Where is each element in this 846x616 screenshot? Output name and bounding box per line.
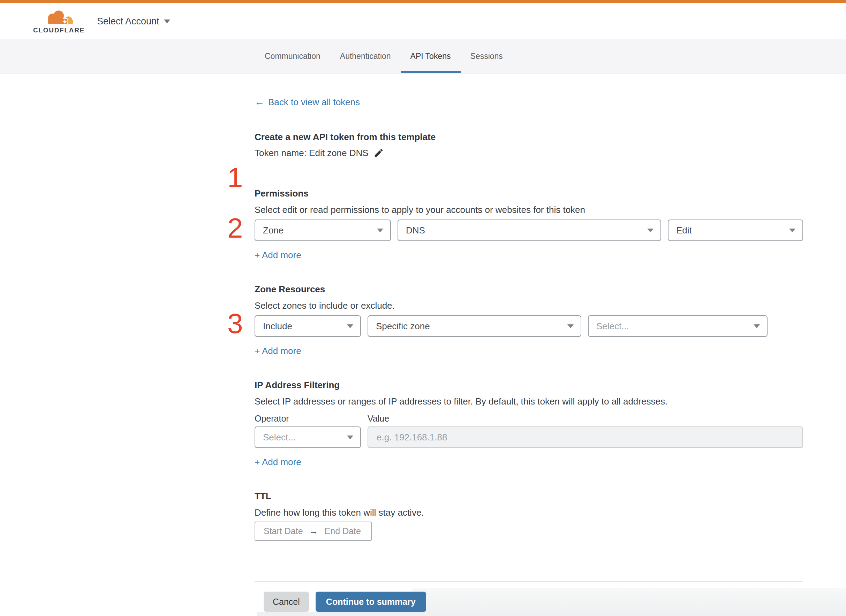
- chevron-down-icon: [647, 229, 653, 232]
- chevron-down-icon: [377, 229, 383, 232]
- back-link-label: Back to view all tokens: [268, 96, 360, 109]
- permissions-heading: Permissions: [255, 187, 803, 199]
- footer-actions: Cancel Continue to summary: [255, 592, 803, 612]
- value-label: Value: [368, 412, 389, 424]
- tab-bar: Communication Authentication API Tokens …: [0, 40, 846, 73]
- chevron-down-icon: [347, 324, 353, 328]
- token-name-row: Token name: Edit zone DNS: [255, 146, 803, 160]
- permissions-description: Select edit or read permissions to apply…: [255, 204, 803, 216]
- token-name-section: 1 Create a new API token from this templ…: [255, 131, 803, 160]
- chevron-down-icon: [164, 19, 170, 23]
- permission-service-select[interactable]: DNS: [397, 220, 661, 241]
- zone-picker-placeholder: Select...: [596, 321, 629, 332]
- step-number-2: 2: [227, 214, 243, 242]
- cancel-button[interactable]: Cancel: [263, 592, 309, 612]
- zone-resources-heading: Zone Resources: [255, 283, 803, 295]
- ip-filtering-row: Select...: [255, 427, 803, 448]
- step-number-3: 3: [227, 310, 243, 337]
- start-date-label: Start Date: [263, 526, 303, 536]
- ip-operator-select[interactable]: Select...: [255, 427, 361, 448]
- zone-mode-select[interactable]: Include: [255, 315, 361, 337]
- permissions-add-more-link[interactable]: + Add more: [255, 249, 301, 261]
- ip-value-input[interactable]: [368, 427, 803, 448]
- tab-sessions[interactable]: Sessions: [461, 40, 513, 73]
- zone-mode-value: Include: [263, 321, 292, 332]
- ttl-description: Define how long this token will stay act…: [255, 506, 803, 519]
- chevron-down-icon: [789, 229, 796, 232]
- ip-filtering-description: Select IP addresses or ranges of IP addr…: [255, 395, 803, 408]
- continue-to-summary-button[interactable]: Continue to summary: [316, 592, 426, 612]
- permission-scope-select[interactable]: Zone: [255, 220, 391, 241]
- chevron-down-icon: [567, 324, 574, 328]
- account-selector[interactable]: Select Account: [97, 16, 170, 27]
- zone-type-select[interactable]: Specific zone: [368, 315, 581, 337]
- operator-label: Operator: [255, 412, 368, 424]
- account-selector-label: Select Account: [97, 16, 159, 27]
- zone-resources-add-more-link[interactable]: + Add more: [255, 345, 301, 357]
- zone-resources-section: 3 Zone Resources Select zones to include…: [255, 283, 803, 357]
- zone-resources-row: Include Specific zone Select...: [255, 315, 803, 337]
- ip-filtering-heading: IP Address Filtering: [255, 379, 803, 391]
- brand-name: CLOUDFLARE: [33, 26, 85, 34]
- chevron-down-icon: [753, 324, 760, 328]
- ip-filtering-labels: Operator Value: [255, 412, 803, 424]
- zone-resources-description: Select zones to include or exclude.: [255, 299, 803, 312]
- permission-service-value: DNS: [406, 225, 425, 236]
- permissions-section: 2 Permissions Select edit or read permis…: [255, 187, 803, 261]
- cloudflare-logo: CLOUDFLARE: [42, 9, 76, 34]
- page-title: Create a new API token from this templat…: [255, 131, 803, 143]
- chevron-down-icon: [347, 436, 353, 439]
- token-template-form: ← Back to view all tokens 1 Create a new…: [255, 96, 803, 612]
- back-to-tokens-link[interactable]: ← Back to view all tokens: [255, 96, 360, 109]
- tab-api-tokens[interactable]: API Tokens: [401, 40, 461, 73]
- ttl-date-range-button[interactable]: Start Date → End Date: [255, 522, 372, 541]
- brand-top-bar: [0, 0, 846, 3]
- ttl-heading: TTL: [255, 490, 803, 502]
- permission-scope-value: Zone: [263, 225, 284, 236]
- ip-filtering-section: IP Address Filtering Select IP addresses…: [255, 379, 803, 468]
- ip-filtering-add-more-link[interactable]: + Add more: [255, 456, 301, 468]
- step-number-1: 1: [227, 164, 243, 192]
- footer-shade-strip: [257, 612, 846, 616]
- footer-divider: [255, 581, 803, 582]
- ip-operator-placeholder: Select...: [263, 432, 296, 443]
- token-name-text: Token name: Edit zone DNS: [255, 146, 369, 160]
- arrow-right-icon: →: [309, 526, 318, 537]
- end-date-label: End Date: [325, 526, 361, 536]
- permission-access-select[interactable]: Edit: [668, 220, 803, 241]
- permission-access-value: Edit: [676, 225, 692, 236]
- permissions-row: Zone DNS Edit: [255, 220, 803, 241]
- edit-pencil-icon[interactable]: [374, 148, 384, 158]
- zone-type-value: Specific zone: [376, 321, 430, 332]
- cloudflare-cloud-icon: [43, 9, 75, 26]
- ttl-section: TTL Define how long this token will stay…: [255, 490, 803, 541]
- arrow-left-icon: ←: [255, 96, 264, 109]
- tab-communication[interactable]: Communication: [255, 40, 330, 73]
- zone-picker-select[interactable]: Select...: [588, 315, 768, 337]
- app-header: CLOUDFLARE Select Account: [0, 3, 846, 40]
- tab-authentication[interactable]: Authentication: [330, 40, 401, 73]
